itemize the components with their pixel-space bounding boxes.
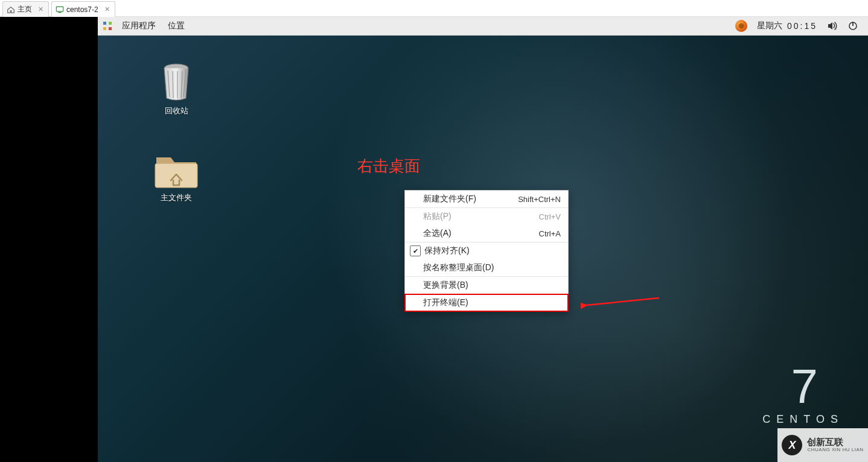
ctx-change-background[interactable]: 更换背景(B)	[405, 277, 568, 294]
centos-word: CENTOS	[762, 413, 844, 426]
applications-menu[interactable]: 应用程序	[116, 17, 162, 35]
centos-branding: 7 CENTOS	[762, 362, 844, 426]
watermark: X 创新互联 CHUANG XIN HU LIAN	[777, 428, 868, 462]
annotation-arrow-icon	[581, 293, 665, 311]
ctx-select-all-label: 全选(A)	[423, 228, 539, 239]
ctx-paste: 粘贴(P) Ctrl+V	[405, 208, 568, 225]
svg-rect-14	[155, 163, 197, 188]
ctx-keep-aligned[interactable]: ✔ 保持对齐(K)	[405, 242, 568, 259]
ctx-arrange-label: 按名称整理桌面(D)	[423, 262, 561, 273]
watermark-text: 创新互联 CHUANG XIN HU LIAN	[807, 437, 863, 452]
power-menu[interactable]	[843, 17, 863, 35]
clock-time: 00:15	[787, 21, 817, 31]
trash-label: 回收站	[149, 106, 203, 116]
ctx-new-folder[interactable]: 新建文件夹(F) Shift+Ctrl+N	[405, 191, 568, 207]
places-label: 位置	[168, 21, 185, 31]
svg-rect-2	[103, 22, 106, 25]
ctx-paste-shortcut: Ctrl+V	[539, 212, 561, 221]
ctx-arrange-by-name[interactable]: 按名称整理桌面(D)	[405, 259, 568, 276]
folder-icon	[153, 153, 200, 189]
svg-rect-5	[109, 27, 112, 30]
ctx-select-all-shortcut: Ctrl+A	[539, 229, 561, 238]
checkbox-checked-icon: ✔	[410, 245, 421, 256]
annotation-text: 右击桌面	[357, 156, 420, 177]
ctx-open-terminal-label: 打开终端(E)	[423, 297, 561, 308]
svg-line-15	[587, 298, 659, 305]
centos-version: 7	[762, 362, 844, 411]
home-folder-label: 主文件夹	[149, 192, 203, 203]
svg-rect-1	[58, 11, 61, 12]
monitor-icon	[56, 5, 64, 14]
gnome-top-panel: 应用程序 位置 星期六 00:15	[98, 17, 868, 36]
ctx-new-folder-label: 新建文件夹(F)	[423, 194, 518, 204]
volume-menu[interactable]	[822, 17, 843, 35]
user-menu[interactable]	[730, 17, 752, 35]
trash-desktop-icon[interactable]: 回收站	[149, 62, 203, 116]
watermark-cn: 创新互联	[807, 437, 863, 448]
guest-desktop[interactable]: 应用程序 位置 星期六 00:15	[98, 17, 868, 462]
host-tab-bar: 主页 ✕ centos7-2 ✕	[0, 0, 868, 17]
svg-rect-4	[103, 27, 106, 30]
ctx-open-terminal[interactable]: 打开终端(E)	[405, 294, 568, 311]
ctx-select-all[interactable]: 全选(A) Ctrl+A	[405, 225, 568, 242]
desktop-context-menu: 新建文件夹(F) Shift+Ctrl+N 粘贴(P) Ctrl+V 全选(A)…	[404, 190, 569, 312]
ctx-paste-label: 粘贴(P)	[423, 211, 539, 222]
trash-icon	[159, 62, 193, 102]
svg-rect-3	[109, 22, 112, 25]
host-tab-vm[interactable]: centos7-2 ✕	[51, 1, 115, 17]
user-avatar-icon	[735, 20, 747, 32]
volume-icon	[827, 21, 838, 31]
watermark-logo-icon: X	[782, 435, 802, 455]
svg-rect-0	[56, 7, 63, 11]
ctx-change-bg-label: 更换背景(B)	[423, 280, 561, 291]
clock-day: 星期六	[757, 21, 782, 31]
host-tab-home-label: 主页	[18, 4, 32, 14]
places-menu[interactable]: 位置	[162, 17, 191, 35]
close-icon[interactable]: ✕	[104, 5, 110, 13]
host-tab-home[interactable]: 主页 ✕	[2, 1, 49, 17]
home-folder-desktop-icon[interactable]: 主文件夹	[149, 153, 203, 203]
host-tab-vm-label: centos7-2	[66, 5, 98, 14]
activities-icon	[103, 21, 112, 31]
watermark-en: CHUANG XIN HU LIAN	[807, 448, 863, 453]
close-icon[interactable]: ✕	[38, 5, 43, 13]
host-black-strip	[0, 17, 98, 462]
power-icon	[847, 21, 858, 31]
clock[interactable]: 星期六 00:15	[752, 17, 822, 35]
ctx-keep-aligned-label: 保持对齐(K)	[424, 245, 561, 256]
home-icon	[7, 5, 15, 14]
ctx-new-folder-shortcut: Shift+Ctrl+N	[518, 195, 561, 204]
applications-label: 应用程序	[122, 21, 156, 31]
